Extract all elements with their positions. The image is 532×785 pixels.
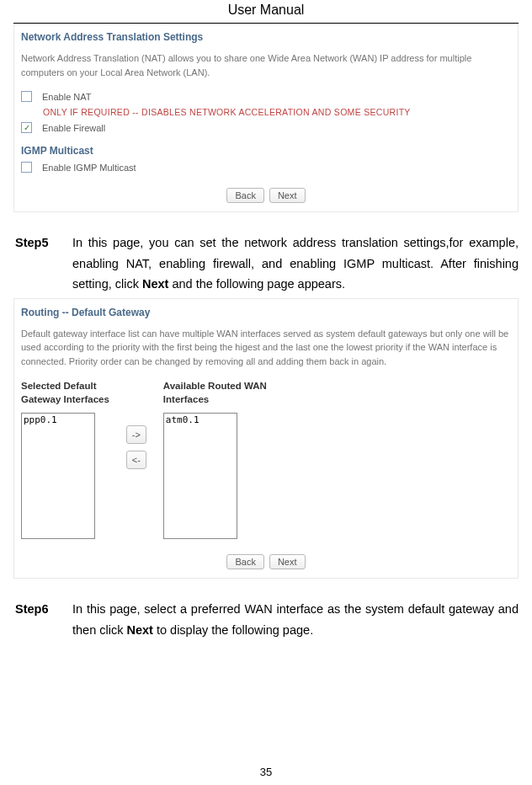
step6-row: Step6 In this page, select a preferred W… xyxy=(0,587,532,645)
available-wan-heading: Available Routed WAN Interfaces xyxy=(163,380,267,406)
move-right-button[interactable]: -> xyxy=(126,425,146,444)
step5-label: Step5 xyxy=(15,232,72,254)
nat-button-row: Back Next xyxy=(21,188,511,203)
selected-gateway-listbox[interactable]: ppp0.1 xyxy=(21,413,95,539)
step6-text: In this page, select a preferred WAN int… xyxy=(72,599,519,640)
gateway-panel: Routing -- Default Gateway Default gatew… xyxy=(13,298,519,579)
nat-settings-panel: Network Address Translation Settings Net… xyxy=(13,24,519,212)
page-header-title: User Manual xyxy=(13,0,519,24)
nat-panel-title: Network Address Translation Settings xyxy=(21,31,511,43)
selected-gateway-column: Selected Default Gateway Interfaces ppp0… xyxy=(21,380,109,539)
enable-firewall-row: Enable Firewall xyxy=(21,122,511,133)
selected-gateway-heading: Selected Default Gateway Interfaces xyxy=(21,380,109,406)
gateway-columns: Selected Default Gateway Interfaces ppp0… xyxy=(21,380,511,539)
step5-text-post: and the following page appears. xyxy=(168,277,345,291)
gateway-button-row: Back Next xyxy=(21,554,511,569)
enable-nat-label: Enable NAT xyxy=(42,92,92,102)
enable-igmp-checkbox[interactable] xyxy=(21,162,32,173)
enable-igmp-row: Enable IGMP Multicast xyxy=(21,162,511,173)
next-button[interactable]: Next xyxy=(269,188,306,203)
gateway-panel-description: Default gateway interface list can have … xyxy=(21,327,511,369)
page-number: 35 xyxy=(0,766,532,778)
nat-panel-description: Network Address Translation (NAT) allows… xyxy=(21,51,511,79)
igmp-heading: IGMP Multicast xyxy=(21,145,511,157)
enable-firewall-label: Enable Firewall xyxy=(42,123,105,133)
step6-text-post: to display the following page. xyxy=(153,623,313,637)
enable-igmp-label: Enable IGMP Multicast xyxy=(42,163,136,173)
available-wan-column: Available Routed WAN Interfaces atm0.1 xyxy=(163,380,267,539)
move-left-button[interactable]: <- xyxy=(126,451,146,469)
available-wan-listbox[interactable]: atm0.1 xyxy=(163,413,237,539)
step5-bold: Next xyxy=(142,277,168,291)
next-button[interactable]: Next xyxy=(269,554,306,569)
enable-nat-checkbox[interactable] xyxy=(21,91,32,102)
gateway-panel-title: Routing -- Default Gateway xyxy=(21,307,511,318)
step6-label: Step6 xyxy=(15,599,72,620)
enable-firewall-checkbox[interactable] xyxy=(21,122,32,133)
enable-nat-row: Enable NAT xyxy=(21,91,511,102)
back-button[interactable]: Back xyxy=(226,554,263,569)
nat-warning-text: ONLY IF REQUIRED -- DISABLES NETWORK ACC… xyxy=(43,107,511,117)
step5-text: In this page, you can set the network ad… xyxy=(72,232,519,295)
step5-row: Step5 In this page, you can set the netw… xyxy=(0,221,532,300)
back-button[interactable]: Back xyxy=(226,188,263,203)
step6-bold: Next xyxy=(126,623,152,637)
arrow-column: -> <- xyxy=(126,425,146,469)
